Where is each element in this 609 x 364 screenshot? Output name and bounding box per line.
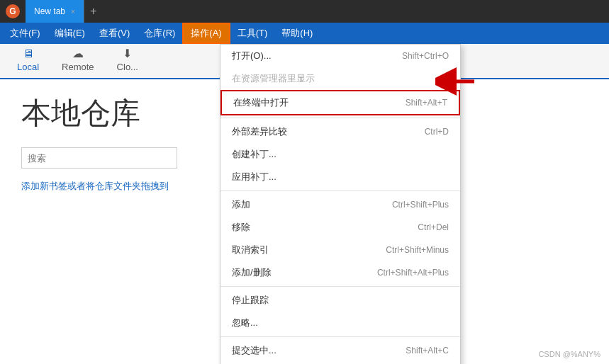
menu-stop-tracking-label: 停止跟踪	[232, 294, 269, 307]
arrow-indicator	[435, 60, 478, 106]
menu-show-explorer-label: 在资源管理器里显示	[232, 72, 315, 85]
menu-add-shortcut: Ctrl+Shift+Plus	[392, 200, 449, 210]
menu-commit-selected-shortcut: Shift+Alt+C	[406, 346, 449, 356]
menu-stop-tracking[interactable]: 停止跟踪	[220, 289, 460, 312]
menu-remove-shortcut: Ctrl+Del	[418, 222, 449, 232]
menu-add-label: 添加	[232, 198, 250, 211]
active-tab[interactable]: New tab ×	[26, 0, 84, 23]
remote-icon: ☁	[72, 47, 84, 60]
tab-label: New tab	[34, 6, 65, 16]
separator-4	[220, 336, 460, 337]
title-bar: G New tab × +	[0, 0, 609, 23]
menu-ignore-label: 忽略...	[232, 317, 258, 329]
menu-deindex-shortcut: Ctrl+Shift+Minus	[386, 245, 449, 255]
menu-open-terminal-label: 在终端中打开	[233, 96, 289, 109]
menu-help[interactable]: 帮助(H)	[274, 23, 320, 44]
menu-create-patch-label: 创建补丁...	[232, 148, 276, 161]
menu-add-remove-shortcut: Ctrl+Shift+Alt+Plus	[377, 268, 449, 278]
menu-tools[interactable]: 工具(T)	[230, 23, 275, 44]
cloud-icon: ⬇	[123, 47, 132, 60]
menu-diff-label: 外部差异比较	[232, 125, 287, 138]
menu-remove[interactable]: 移除 Ctrl+Del	[220, 216, 460, 239]
menu-add-remove-label: 添加/删除	[232, 266, 272, 279]
menu-diff[interactable]: 外部差异比较 Ctrl+D	[220, 120, 460, 143]
app-logo: G	[6, 4, 20, 18]
menu-open-shortcut: Shift+Ctrl+O	[402, 51, 449, 61]
local-icon: 🖥	[23, 47, 34, 60]
menu-diff-shortcut: Ctrl+D	[425, 127, 449, 137]
tab-cloud[interactable]: ⬇ Clo...	[106, 41, 150, 79]
menu-add-remove[interactable]: 添加/删除 Ctrl+Shift+Alt+Plus	[220, 261, 460, 284]
menu-open[interactable]: 打开(O)... Shift+Ctrl+O	[220, 45, 460, 67]
separator-3	[220, 286, 460, 287]
menu-show-explorer[interactable]: 在资源管理器里显示	[220, 67, 460, 90]
menu-remove-label: 移除	[232, 221, 250, 234]
new-tab-button[interactable]: +	[84, 5, 102, 18]
tab-remote[interactable]: ☁ Remote	[50, 41, 106, 79]
tab-bar: New tab × +	[26, 0, 603, 23]
tab-local-label: Local	[17, 62, 39, 72]
menu-commit-selected[interactable]: 提交选中... Shift+Alt+C	[220, 339, 460, 362]
menu-create-patch[interactable]: 创建补丁...	[220, 143, 460, 166]
tab-close-button[interactable]: ×	[71, 8, 75, 16]
menu-apply-patch[interactable]: 应用补丁...	[220, 166, 460, 188]
tab-local[interactable]: 🖥 Local	[6, 42, 50, 79]
search-input[interactable]	[21, 147, 177, 169]
menu-apply-patch-label: 应用补丁...	[232, 171, 276, 183]
menu-commit-selected-label: 提交选中...	[232, 344, 276, 357]
dropdown-menu: 打开(O)... Shift+Ctrl+O 在资源管理器里显示 在终端中打开 S…	[220, 44, 461, 364]
menu-deindex-label: 取消索引	[232, 244, 269, 256]
menu-add[interactable]: 添加 Ctrl+Shift+Plus	[220, 193, 460, 216]
watermark: CSDN @%ANY%	[538, 350, 600, 358]
menu-action[interactable]: 操作(A)	[182, 23, 230, 44]
menu-deindex[interactable]: 取消索引 Ctrl+Shift+Minus	[220, 239, 460, 261]
tab-cloud-label: Clo...	[117, 62, 138, 72]
separator-2	[220, 190, 460, 191]
menu-ignore[interactable]: 忽略...	[220, 312, 460, 334]
menu-open-terminal[interactable]: 在终端中打开 Shift+Alt+T	[220, 90, 460, 115]
menu-file[interactable]: 文件(F)	[3, 23, 48, 44]
separator-1	[220, 118, 460, 118]
tab-remote-label: Remote	[62, 62, 94, 72]
app-container: G New tab × + 文件(F) 编辑(E) 查看(V) 仓库(R) 操作…	[0, 0, 609, 364]
menu-open-label: 打开(O)...	[232, 50, 272, 62]
